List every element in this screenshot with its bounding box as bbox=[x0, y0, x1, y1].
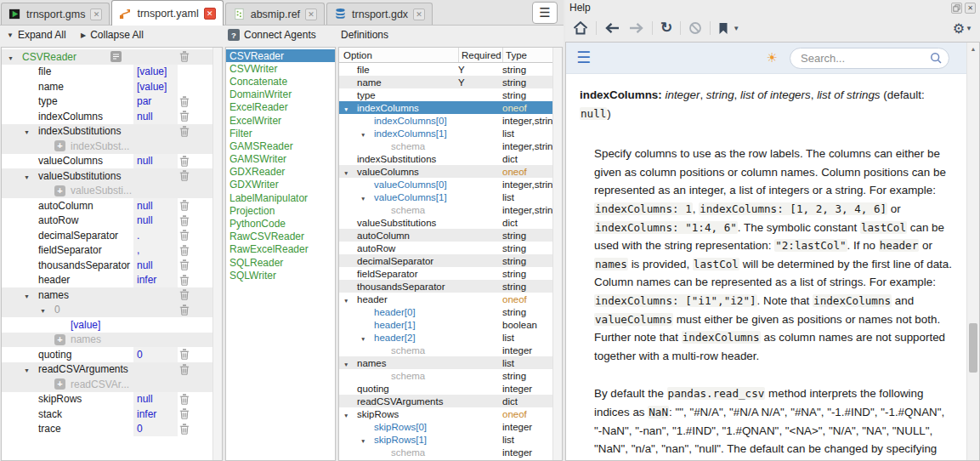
tab-list-menu-button[interactable]: ☰ bbox=[532, 2, 558, 24]
agent-list-item[interactable]: ExcelWriter bbox=[226, 114, 335, 127]
definition-row[interactable]: ▼ header oneof bbox=[339, 293, 562, 305]
delete-trash-icon[interactable] bbox=[179, 275, 190, 286]
tree-row[interactable]: [value] bbox=[2, 317, 222, 333]
tree-row[interactable]: autoColumn null bbox=[2, 198, 222, 213]
tree-row[interactable]: trace 0 bbox=[2, 422, 222, 437]
close-panel-icon[interactable]: ✕ bbox=[965, 3, 976, 14]
tree-row[interactable]: quoting 0 bbox=[2, 347, 222, 362]
add-item-button[interactable]: + bbox=[54, 185, 65, 196]
tree-row-value[interactable]: infer bbox=[133, 407, 178, 422]
tree-row-value[interactable]: , bbox=[133, 243, 178, 259]
delete-trash-icon[interactable] bbox=[179, 156, 190, 167]
agent-list-item[interactable]: SQLWriter bbox=[226, 269, 335, 282]
settings-dropdown-icon[interactable]: ▼ bbox=[966, 25, 972, 32]
expander-triangle-icon[interactable]: ▼ bbox=[24, 129, 30, 135]
tab-trnsport-gdx[interactable]: trnsport.gdx ✕ bbox=[326, 3, 433, 25]
expander-triangle-icon[interactable]: ▼ bbox=[360, 196, 365, 202]
tree-row[interactable]: decimalSeparator . bbox=[2, 228, 222, 243]
definition-row[interactable]: quoting integer bbox=[339, 382, 562, 395]
tree-row[interactable]: ▼ 0 bbox=[2, 303, 222, 318]
definition-row[interactable]: fieldSeparator string bbox=[339, 267, 562, 280]
tree-row[interactable]: valueColumns null bbox=[2, 154, 222, 169]
agent-list-item[interactable]: DomainWriter bbox=[226, 88, 335, 101]
definition-row[interactable]: schema integer,string bbox=[339, 139, 562, 152]
expander-triangle-icon[interactable]: ▼ bbox=[343, 413, 348, 418]
agent-list-item[interactable]: GDXWriter bbox=[226, 179, 335, 191]
delete-trash-icon[interactable] bbox=[179, 259, 190, 270]
scrollbar-thumb[interactable] bbox=[969, 323, 977, 373]
delete-trash-icon[interactable] bbox=[179, 364, 190, 375]
agent-list-item[interactable]: RawCSVReader bbox=[226, 230, 335, 243]
tree-scrollbar[interactable] bbox=[212, 48, 222, 460]
tree-row-value[interactable]: null bbox=[133, 258, 178, 273]
tree-row[interactable]: file [value] bbox=[2, 65, 222, 80]
definition-row[interactable]: valueSubstitutions dict bbox=[339, 216, 562, 229]
doc-menu-icon[interactable]: ☰ bbox=[576, 48, 591, 67]
agent-list-item[interactable]: Filter bbox=[226, 127, 335, 139]
tree-row-value[interactable]: infer bbox=[133, 273, 178, 288]
definition-row[interactable]: indexSubstitutions dict bbox=[339, 152, 562, 165]
tree-row[interactable]: name [value] bbox=[2, 79, 222, 94]
tab-trnsport-yaml[interactable]: trnsport.yaml ✕ bbox=[111, 0, 223, 26]
definition-row[interactable]: schema integer bbox=[339, 344, 562, 356]
definitions-scrollbar[interactable] bbox=[552, 48, 562, 460]
definition-row[interactable]: ▼ names list bbox=[339, 356, 562, 369]
tree-row[interactable]: skipRows null bbox=[2, 392, 222, 407]
definition-row[interactable]: indexColumns[0] integer,string bbox=[339, 114, 562, 127]
settings-gear-icon[interactable]: ⚙ bbox=[953, 20, 965, 37]
definition-row[interactable]: ▼ header[2] list bbox=[339, 331, 562, 344]
delete-trash-icon[interactable] bbox=[179, 96, 190, 107]
search-magnifier-icon[interactable] bbox=[930, 52, 943, 65]
delete-trash-icon[interactable] bbox=[179, 408, 190, 419]
search-input[interactable] bbox=[790, 48, 949, 69]
delete-trash-icon[interactable] bbox=[179, 200, 190, 211]
definition-row[interactable]: schema integer bbox=[339, 446, 562, 458]
tree-row-value[interactable]: null bbox=[133, 392, 178, 407]
form-icon[interactable] bbox=[110, 51, 122, 62]
definition-row[interactable]: ▼ skipRows[1] list bbox=[339, 433, 562, 446]
tree-row-value[interactable]: 0 bbox=[133, 347, 178, 362]
expander-triangle-icon[interactable]: ▼ bbox=[343, 361, 348, 367]
definition-row[interactable]: type string bbox=[339, 88, 562, 101]
forward-icon[interactable] bbox=[628, 22, 644, 34]
tree-row-value[interactable]: null bbox=[133, 213, 178, 229]
agent-list-item[interactable]: GAMSReader bbox=[226, 139, 335, 152]
expander-triangle-icon[interactable]: ▼ bbox=[343, 298, 348, 304]
tab-close-icon[interactable]: ✕ bbox=[305, 9, 317, 20]
agent-list-item[interactable]: SQLReader bbox=[226, 256, 335, 269]
expander-triangle-icon[interactable]: ▼ bbox=[360, 132, 365, 138]
expand-all-button[interactable]: ▼ Expand All bbox=[7, 29, 66, 41]
agent-list-item[interactable]: PythonCode bbox=[226, 217, 335, 230]
definition-row[interactable]: name Y string bbox=[339, 76, 562, 88]
expander-triangle-icon[interactable]: ▼ bbox=[8, 55, 14, 61]
definition-row[interactable]: readCSVArguments dict bbox=[339, 395, 562, 407]
expander-triangle-icon[interactable]: ▼ bbox=[40, 308, 46, 314]
help-question-icon[interactable]: ? bbox=[228, 29, 240, 41]
agent-list-item[interactable]: CSVReader bbox=[226, 49, 335, 62]
delete-trash-icon[interactable] bbox=[179, 424, 190, 435]
expander-triangle-icon[interactable]: ▼ bbox=[24, 174, 30, 180]
definition-row[interactable]: thousandsSeparator string bbox=[339, 280, 562, 293]
add-item-button[interactable]: + bbox=[54, 378, 65, 390]
tree-row[interactable]: fieldSeparator , bbox=[2, 243, 222, 259]
tree-row-value[interactable]: null bbox=[133, 109, 178, 124]
collapse-all-button[interactable]: ▶ Collapse All bbox=[81, 29, 144, 41]
expander-triangle-icon[interactable]: ▼ bbox=[343, 106, 348, 112]
tree-row-value[interactable]: null bbox=[133, 154, 178, 169]
back-icon[interactable] bbox=[604, 22, 620, 34]
tab-close-icon[interactable]: ✕ bbox=[413, 9, 425, 20]
definition-row[interactable]: skipRows[0] integer bbox=[339, 420, 562, 433]
definition-row[interactable]: schema string bbox=[339, 369, 562, 382]
bookmark-icon[interactable] bbox=[718, 22, 728, 35]
column-header-required[interactable]: Required bbox=[458, 48, 502, 62]
definition-row[interactable]: ▼ indexColumns oneof bbox=[339, 101, 562, 114]
tree-row[interactable]: + names bbox=[2, 333, 222, 348]
definition-row[interactable]: autoRow string bbox=[339, 242, 562, 254]
tree-row[interactable]: type par bbox=[2, 94, 222, 110]
agent-list-item[interactable]: Projection bbox=[226, 204, 335, 217]
expander-triangle-icon[interactable]: ▼ bbox=[360, 336, 365, 342]
tree-row-value[interactable]: 0 bbox=[133, 422, 178, 437]
delete-trash-icon[interactable] bbox=[179, 126, 190, 137]
definition-row[interactable]: header[0] string bbox=[339, 305, 562, 318]
delete-trash-icon[interactable] bbox=[179, 304, 190, 316]
